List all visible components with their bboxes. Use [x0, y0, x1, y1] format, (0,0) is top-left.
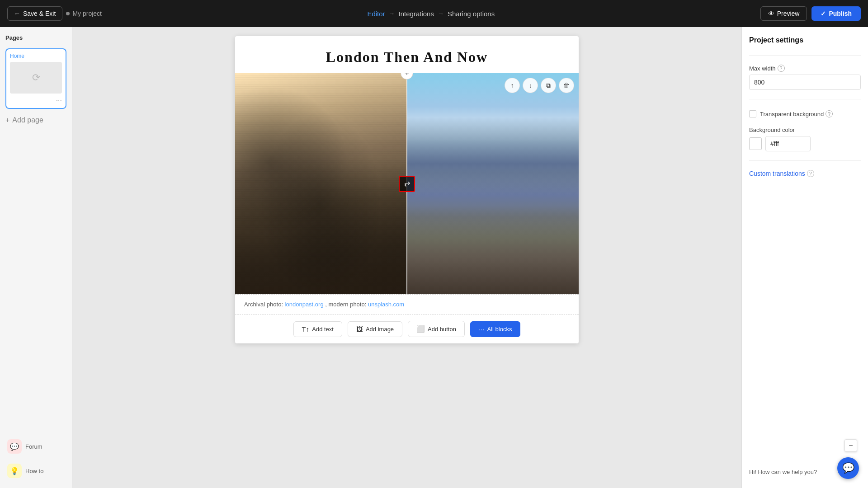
- max-width-help-icon[interactable]: ?: [778, 65, 785, 72]
- add-button-button[interactable]: ⬜ Add button: [408, 321, 465, 337]
- add-page-label: Add page: [12, 116, 43, 124]
- arrow-up-icon: ↑: [511, 82, 514, 89]
- move-up-button[interactable]: ↑: [505, 78, 520, 93]
- sidebar-item-forum[interactable]: 💬 Forum: [5, 436, 66, 456]
- transparent-bg-help-icon[interactable]: ?: [826, 110, 833, 117]
- forum-icon: 💬: [7, 439, 22, 454]
- canvas-wrapper: London Then And Now + ↑ ↓ ⧉: [235, 36, 579, 343]
- bg-color-label: Background color: [749, 127, 861, 133]
- caption-link-londonpast[interactable]: londonpast.org: [285, 301, 324, 308]
- caption-text: Archival photo:: [244, 301, 285, 308]
- max-width-input[interactable]: [749, 75, 861, 90]
- top-nav: ← Save & Exit My project Editor → Integr…: [0, 0, 868, 27]
- minus-icon: −: [849, 441, 853, 450]
- split-arrows-icon: ⇄: [404, 179, 410, 188]
- copy-icon: ⧉: [546, 82, 551, 89]
- canvas-area: London Then And Now + ↑ ↓ ⧉: [72, 27, 741, 488]
- split-left-panel: [235, 73, 407, 294]
- sidebar-bottom: 💬 Forum 💡 How to: [5, 436, 66, 481]
- caption-area: Archival photo: londonpast.org , modern …: [235, 295, 579, 314]
- move-down-button[interactable]: ↓: [523, 78, 538, 93]
- zoom-out-button[interactable]: −: [844, 439, 857, 452]
- forum-label: Forum: [25, 443, 42, 450]
- sidebar-item-howto[interactable]: 💡 How to: [5, 461, 66, 481]
- split-divider-line: ⇄: [406, 73, 407, 294]
- nav-left: ← Save & Exit My project: [7, 6, 102, 21]
- old-buildings-overlay: [235, 73, 407, 294]
- transparent-bg-label: Transparent background ?: [760, 110, 833, 117]
- bg-color-setting: Background color: [749, 127, 861, 151]
- add-block-bar: T↑ Add text 🖼 Add image ⬜ Add button ···…: [235, 314, 579, 343]
- howto-label: How to: [25, 468, 43, 474]
- project-name-label: My project: [72, 10, 102, 17]
- nav-step-sharing[interactable]: Sharing options: [448, 10, 495, 18]
- project-dot: [66, 12, 70, 15]
- preview-button[interactable]: 👁 Preview: [760, 6, 807, 21]
- transparent-bg-checkbox[interactable]: [749, 110, 756, 117]
- chat-fab-icon: 💬: [842, 462, 854, 474]
- add-image-button[interactable]: 🖼 Add image: [348, 321, 402, 337]
- custom-translations-label: Custom translations: [749, 170, 805, 177]
- save-exit-button[interactable]: ← Save & Exit: [7, 6, 62, 21]
- image-block-toolbar: ↑ ↓ ⧉ 🗑: [505, 78, 574, 93]
- chat-fab-button[interactable]: 💬: [837, 457, 859, 479]
- nav-arrow-1: →: [389, 10, 395, 17]
- page-card-home[interactable]: Home ⟳ ···: [5, 48, 66, 109]
- add-page-button[interactable]: + Add page: [5, 114, 66, 126]
- nav-step-editor[interactable]: Editor: [367, 10, 385, 18]
- nav-step-integrations[interactable]: Integrations: [399, 10, 434, 18]
- settings-divider-3: [749, 160, 861, 161]
- trash-icon: 🗑: [563, 82, 570, 89]
- right-sidebar: Project settings Max width ? Transparent…: [741, 27, 868, 488]
- nav-arrow-2: →: [438, 10, 444, 17]
- settings-divider-2: [749, 99, 861, 99]
- main-layout: Pages Home ⟳ ··· + Add page 💬 Forum 💡: [0, 27, 868, 488]
- add-text-button[interactable]: T↑ Add text: [293, 321, 342, 337]
- canvas-title: London Then And Now: [244, 49, 570, 66]
- add-button-label: Add button: [428, 326, 456, 333]
- max-width-label: Max width ?: [749, 65, 861, 72]
- left-sidebar: Pages Home ⟳ ··· + Add page 💬 Forum 💡: [0, 27, 72, 488]
- bg-color-input[interactable]: [765, 136, 811, 151]
- delete-button[interactable]: 🗑: [559, 78, 574, 93]
- max-width-setting: Max width ?: [749, 65, 861, 90]
- page-label-home: Home: [10, 53, 24, 59]
- button-icon: ⬜: [416, 325, 425, 333]
- page-menu-icon[interactable]: ···: [56, 96, 62, 104]
- page-thumb-icon: ⟳: [32, 72, 40, 84]
- add-text-label: Add text: [312, 326, 334, 333]
- save-exit-label: Save & Exit: [23, 10, 56, 17]
- color-swatch[interactable]: [749, 137, 762, 150]
- add-image-label: Add image: [366, 326, 394, 333]
- modern-buildings-overlay: [407, 206, 579, 294]
- back-arrow-icon: ←: [14, 10, 20, 17]
- howto-icon: 💡: [7, 464, 22, 478]
- pages-title: Pages: [5, 34, 66, 41]
- split-handle[interactable]: ⇄: [399, 176, 415, 192]
- settings-divider: [749, 55, 861, 56]
- all-blocks-icon: ···: [479, 325, 485, 333]
- custom-translations-link[interactable]: Custom translations ?: [749, 170, 861, 177]
- transparent-bg-row: Transparent background ?: [749, 108, 861, 119]
- page-thumbnail: ⟳: [10, 62, 62, 94]
- modern-bridge-overlay: [407, 117, 579, 195]
- split-right-panel: [407, 73, 579, 294]
- image-block: + ↑ ↓ ⧉ 🗑: [235, 73, 579, 295]
- canvas-title-area: London Then And Now: [235, 36, 579, 73]
- eye-icon: 👁: [768, 10, 774, 17]
- all-blocks-button[interactable]: ··· All blocks: [470, 321, 520, 337]
- caption-link-unsplash[interactable]: unsplash.com: [368, 301, 404, 308]
- publish-label: Publish: [829, 10, 852, 17]
- all-blocks-label: All blocks: [487, 326, 512, 333]
- plus-icon: +: [5, 116, 9, 124]
- nav-right: 👁 Preview ✓ Publish: [760, 6, 861, 21]
- settings-title: Project settings: [749, 36, 861, 44]
- nav-center: Editor → Integrations → Sharing options: [107, 10, 755, 18]
- caption-middle-text: , modern photo:: [325, 301, 368, 308]
- text-icon: T↑: [302, 325, 310, 333]
- duplicate-button[interactable]: ⧉: [541, 78, 556, 93]
- split-image-comparison: ⇄: [235, 73, 579, 294]
- preview-label: Preview: [777, 10, 800, 17]
- publish-button[interactable]: ✓ Publish: [811, 6, 861, 21]
- custom-translations-help-icon[interactable]: ?: [807, 170, 814, 177]
